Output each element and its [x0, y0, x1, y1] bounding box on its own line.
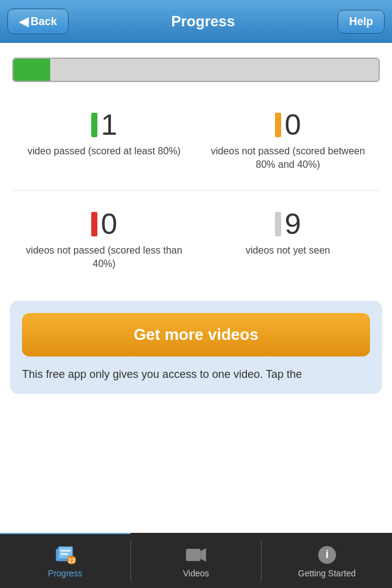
stat-bar-gray: [275, 212, 281, 236]
stat-cell-failed: 0 videos not passed (scored less than 40…: [12, 197, 196, 284]
app-header: ◀ Back Progress Help: [0, 0, 392, 43]
stat-number-failed: 0: [101, 209, 118, 239]
stat-number-passed: 1: [101, 110, 118, 140]
stat-label-passed: video passed (scored at least 80%): [28, 145, 181, 158]
progress-bar-section: [0, 43, 392, 92]
stat-number-row-unseen: 9: [275, 209, 301, 239]
stat-label-mid: videos not passed (scored between 80% an…: [202, 145, 374, 172]
nav-item-getting-started[interactable]: i Getting Started: [262, 533, 392, 588]
stat-label-failed: videos not passed (scored less than 40%): [18, 244, 190, 271]
promo-description: This free app only gives you access to o…: [22, 366, 370, 383]
stat-number-row-passed: 1: [91, 110, 118, 140]
get-more-label: Get more videos: [134, 325, 258, 344]
back-label: Back: [31, 15, 57, 28]
progress-icon: 23: [53, 544, 77, 566]
videos-icon: [184, 544, 208, 566]
nav-label-getting-started: Getting Started: [298, 568, 356, 578]
svg-marker-7: [200, 548, 206, 562]
svg-rect-6: [186, 549, 201, 561]
nav-label-progress: Progress: [48, 568, 82, 578]
info-icon: i: [315, 544, 339, 566]
back-button[interactable]: ◀ Back: [7, 9, 69, 34]
nav-label-videos: Videos: [183, 568, 209, 578]
promo-section: Get more videos This free app only gives…: [10, 301, 382, 394]
stat-cell-unseen: 9 videos not yet seen: [196, 197, 380, 284]
stat-bar-green: [91, 113, 97, 137]
page-title: Progress: [171, 13, 235, 30]
stat-bar-red: [91, 212, 97, 236]
help-button[interactable]: Help: [337, 10, 385, 34]
stat-number-mid: 0: [285, 110, 301, 140]
stat-bar-orange: [275, 113, 281, 137]
help-label: Help: [349, 15, 373, 28]
progress-bar-fill: [13, 59, 50, 81]
stat-number-row-mid: 0: [275, 110, 301, 140]
stats-grid-2: 0 videos not passed (scored less than 40…: [0, 191, 392, 290]
back-arrow-icon: ◀: [19, 14, 28, 29]
nav-item-videos[interactable]: Videos: [131, 533, 262, 588]
svg-rect-3: [61, 553, 69, 555]
svg-text:23: 23: [69, 557, 76, 564]
nav-item-progress[interactable]: 23 Progress: [0, 533, 130, 588]
get-more-videos-button[interactable]: Get more videos: [22, 313, 370, 356]
stats-grid: 1 video passed (scored at least 80%) 0 v…: [0, 92, 392, 190]
stat-label-unseen: videos not yet seen: [246, 244, 330, 257]
bottom-nav: 23 Progress Videos i Getting Started: [0, 533, 392, 588]
stat-cell-not-passed-mid: 0 videos not passed (scored between 80% …: [196, 98, 380, 184]
stat-cell-passed: 1 video passed (scored at least 80%): [12, 98, 196, 184]
svg-rect-2: [61, 550, 70, 552]
progress-bar-outer: [12, 58, 380, 82]
svg-text:i: i: [325, 548, 328, 560]
stat-number-unseen: 9: [285, 209, 301, 239]
stat-number-row-failed: 0: [91, 209, 118, 239]
